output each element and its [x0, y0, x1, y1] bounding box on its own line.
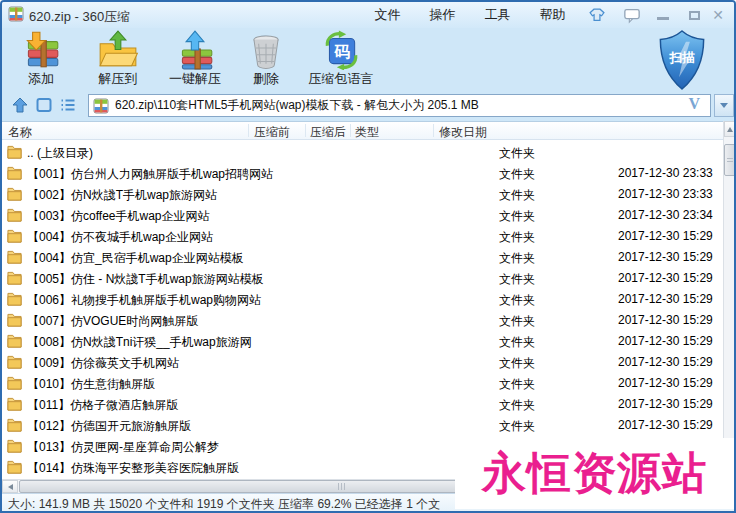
column-separator	[248, 124, 249, 137]
table-row[interactable]: 【011】仿格子微酒店触屏版 文件夹 2017-12-30 15:29	[2, 394, 723, 415]
folder-icon	[7, 375, 22, 391]
column-separator	[305, 124, 306, 137]
table-row[interactable]: 【007】仿VOGUE时尚网触屏版 文件夹 2017-12-30 15:29	[2, 310, 723, 331]
tool-label: 添加	[28, 70, 54, 88]
watermark-overlay: 永恒资源站	[455, 438, 734, 509]
list-header: 名称 压缩前 压缩后 类型 修改日期	[2, 121, 723, 140]
extract-to-icon	[97, 30, 139, 70]
vertical-scrollbar	[723, 121, 736, 479]
file-name: 【009】仿徐薇英文手机网站	[27, 355, 179, 372]
address-dropdown-button[interactable]	[714, 94, 734, 117]
folder-icon	[7, 396, 22, 412]
table-row[interactable]: 【004】仿宜_民宿手机wap企业网站模板 文件夹 2017-12-30 15:…	[2, 247, 723, 268]
up-directory-icon[interactable]	[11, 96, 29, 114]
app-window: 620.zip - 360压缩 文件操作工具帮助 ✕	[0, 0, 736, 513]
view-mode-icon[interactable]	[35, 96, 53, 114]
tool-label: 删除	[253, 70, 279, 88]
scroll-left-button[interactable]	[2, 480, 18, 493]
folder-icon	[7, 438, 22, 454]
file-name: 【013】仿灵匣网-星座算命周公解梦	[27, 439, 219, 456]
file-type: 文件夹	[499, 166, 535, 183]
one-click-extract-icon	[174, 30, 216, 70]
column-date[interactable]: 修改日期	[439, 124, 487, 141]
menu-item-3[interactable]: 帮助	[525, 2, 580, 28]
address-bar: 620.zip\110套HTML5手机网站(wap)模板下载 - 解包大小为 2…	[2, 90, 734, 120]
folder-icon	[7, 459, 22, 475]
file-name: 【004】仿不夜城手机wap企业网站	[27, 229, 213, 246]
table-row[interactable]: 【003】仿coffee手机wap企业网站 文件夹 2017-12-30 23:…	[2, 205, 723, 226]
folder-icon	[7, 165, 22, 181]
theme-shirt-button[interactable]	[584, 5, 610, 25]
file-date: 2017-12-30 15:29	[618, 229, 713, 243]
file-type: 文件夹	[499, 145, 535, 162]
window-title: 620.zip - 360压缩	[29, 8, 130, 26]
table-row[interactable]: .. (上级目录) 文件夹	[2, 142, 723, 163]
table-row[interactable]: 【006】礼物搜手机触屏版手机wap购物网站 文件夹 2017-12-30 15…	[2, 289, 723, 310]
close-button[interactable]: ✕	[705, 5, 731, 25]
table-row[interactable]: 【004】仿不夜城手机wap企业网站 文件夹 2017-12-30 15:29	[2, 226, 723, 247]
file-date: 2017-12-30 15:29	[618, 313, 713, 327]
column-name[interactable]: 名称	[8, 124, 32, 141]
table-row[interactable]: 【010】仿生意街触屏版 文件夹 2017-12-30 15:29	[2, 373, 723, 394]
version-indicator: V	[688, 96, 700, 112]
address-input[interactable]: 620.zip\110套HTML5手机网站(wap)模板下载 - 解包大小为 2…	[88, 94, 711, 117]
tool-label: 解压到	[99, 70, 138, 88]
table-row[interactable]: 【005】仿住 - N炏諓T手机wap旅游网站模板 文件夹 2017-12-30…	[2, 268, 723, 289]
title-bar: 620.zip - 360压缩 文件操作工具帮助 ✕	[2, 2, 734, 28]
file-date: 2017-12-30 23:33	[618, 166, 713, 180]
file-name: 【006】礼物搜手机触屏版手机wap购物网站	[27, 292, 261, 309]
toolbar: 添加 解压到 一键解压	[2, 28, 734, 90]
menu-item-0[interactable]: 文件	[360, 2, 415, 28]
close-icon: ✕	[712, 8, 724, 22]
add-button[interactable]: 添加	[11, 30, 71, 88]
tool-label: 压缩包语言	[309, 70, 374, 88]
delete-button[interactable]: 删除	[238, 30, 294, 88]
folder-icon	[7, 144, 22, 160]
vertical-scroll-thumb[interactable]	[724, 144, 736, 176]
file-type: 文件夹	[499, 271, 535, 288]
table-row[interactable]: 【009】仿徐薇英文手机网站 文件夹 2017-12-30 15:29	[2, 352, 723, 373]
add-to-archive-icon	[20, 30, 62, 70]
table-row[interactable]: 【012】仿德国开元旅游触屏版 文件夹 2017-12-30 15:29	[2, 415, 723, 436]
file-name: 【007】仿VOGUE时尚网触屏版	[27, 313, 198, 330]
feedback-button[interactable]	[619, 5, 645, 25]
file-name: .. (上级目录)	[27, 145, 93, 162]
one-click-extract-button[interactable]: 一键解压	[154, 30, 236, 88]
list-view-icon[interactable]	[59, 96, 77, 114]
table-row[interactable]: 【002】仿N炏諓T手机wap旅游网站 文件夹 2017-12-30 23:33	[2, 184, 723, 205]
scroll-up-button[interactable]	[724, 121, 736, 137]
maximize-button[interactable]	[681, 5, 707, 25]
column-size-after[interactable]: 压缩后	[310, 124, 346, 141]
file-date: 2017-12-30 15:29	[618, 418, 713, 432]
column-type[interactable]: 类型	[355, 124, 379, 141]
file-type: 文件夹	[499, 229, 535, 246]
file-date: 2017-12-30 15:29	[618, 292, 713, 306]
file-date: 2017-12-30 15:29	[618, 250, 713, 264]
folder-icon	[7, 333, 22, 349]
menu-item-2[interactable]: 工具	[470, 2, 525, 28]
file-name: 【011】仿格子微酒店触屏版	[27, 397, 178, 414]
extract-to-button[interactable]: 解压到	[83, 30, 153, 88]
folder-icon	[7, 207, 22, 223]
file-name: 【005】仿住 - N炏諓T手机wap旅游网站模板	[27, 271, 264, 288]
file-type: 文件夹	[499, 187, 535, 204]
column-size-before[interactable]: 压缩前	[254, 124, 290, 141]
folder-icon	[7, 312, 22, 328]
scan-shield-button[interactable]: 扫描	[659, 30, 705, 91]
scroll-grip	[338, 483, 346, 490]
file-date: 2017-12-30 15:29	[618, 397, 713, 411]
menu-item-1[interactable]: 操作	[415, 2, 470, 28]
file-type: 文件夹	[499, 313, 535, 330]
tool-label: 一键解压	[169, 70, 221, 88]
table-row[interactable]: 【001】仿台州人力网触屏版手机wap招聘网站 文件夹 2017-12-30 2…	[2, 163, 723, 184]
table-row[interactable]: 【008】仿N炏諓Tni讦猤__手机wap旅游网 文件夹 2017-12-30 …	[2, 331, 723, 352]
folder-icon	[7, 354, 22, 370]
file-type: 文件夹	[499, 397, 535, 414]
file-date: 2017-12-30 23:34	[618, 208, 713, 222]
scan-label: 扫描	[668, 50, 695, 65]
archive-language-button[interactable]: 码 压缩包语言	[295, 30, 387, 88]
folder-icon	[7, 249, 22, 265]
folder-icon	[7, 417, 22, 433]
triangle-left-icon	[8, 484, 13, 490]
minimize-button[interactable]	[650, 5, 676, 25]
